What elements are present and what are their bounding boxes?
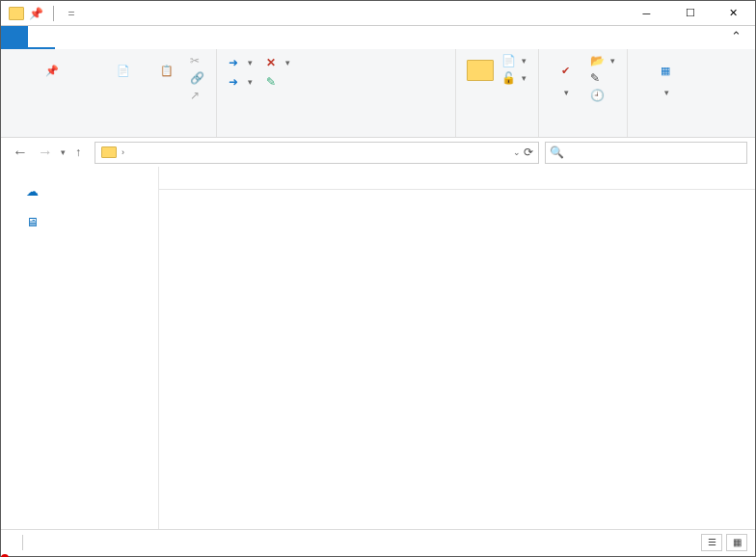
delete-button[interactable]: ✕▾: [262, 55, 294, 70]
tab-home[interactable]: [28, 26, 55, 49]
navigation-pane: ☁ 🖥: [1, 167, 159, 529]
paste-shortcut-button: ↗: [186, 88, 208, 103]
cut-button: ✂: [186, 53, 208, 68]
close-button[interactable]: ✕: [712, 1, 755, 26]
copy-button[interactable]: 📄: [98, 51, 148, 86]
link-icon: 🔗: [190, 71, 204, 85]
address-row: ← → ▾ ↑ › ⌄ ⟳ 🔍: [1, 138, 755, 167]
details-view: [159, 167, 755, 529]
rename-icon: ✎: [266, 75, 276, 89]
move-icon: ➜: [229, 56, 238, 69]
copy-path-button: 🔗: [186, 70, 208, 86]
menu-bar: ⌃: [1, 26, 755, 49]
select-icon: ▦: [650, 57, 681, 84]
tab-share[interactable]: [55, 26, 82, 49]
refresh-icon[interactable]: ⟳: [524, 146, 533, 159]
qat-separator: [53, 6, 54, 21]
rename-button[interactable]: ✎: [262, 74, 284, 90]
app-folder-icon: [9, 7, 24, 20]
edit-button[interactable]: ✎: [586, 70, 619, 86]
group-open-label: [547, 135, 619, 137]
new-folder-icon: [465, 57, 496, 84]
back-button[interactable]: ←: [9, 141, 32, 164]
nav-this-pc[interactable]: 🖥: [1, 211, 158, 232]
new-item-button[interactable]: 📄▾: [498, 53, 530, 68]
up-button[interactable]: ↑: [68, 142, 89, 163]
new-folder-button[interactable]: [464, 51, 496, 86]
easy-access-button[interactable]: 🔓▾: [498, 70, 530, 86]
group-clipboard-label: [9, 135, 208, 137]
minimize-button[interactable]: ─: [625, 1, 668, 26]
move-to-button[interactable]: ➜▾: [225, 55, 256, 70]
address-dropdown[interactable]: ⌄: [513, 147, 521, 157]
edit-icon: ✎: [590, 71, 600, 85]
group-select-label: [635, 135, 699, 137]
pc-icon: 🖥: [24, 215, 40, 228]
onedrive-icon: ☁: [24, 184, 40, 198]
new-item-icon: 📄: [501, 54, 516, 67]
column-headers-row: [159, 167, 755, 190]
select-button[interactable]: ▦ ▾: [635, 51, 695, 97]
tab-file[interactable]: [1, 26, 28, 49]
tab-view[interactable]: [82, 26, 109, 49]
address-bar[interactable]: › ⌄ ⟳: [94, 142, 539, 164]
history-button[interactable]: 🕘: [586, 88, 619, 103]
copyto-icon: ➜: [229, 75, 238, 89]
title-bar: 📌 = ─ ☐ ✕: [1, 1, 755, 26]
ribbon: 📌 📄 📋 ✂ 🔗 ↗: [1, 49, 755, 138]
pin-icon: 📌: [37, 57, 68, 84]
delete-icon: ✕: [266, 56, 276, 69]
easy-access-icon: 🔓: [501, 71, 516, 85]
search-input[interactable]: 🔍: [545, 142, 747, 164]
view-large-button[interactable]: ▦: [726, 534, 747, 551]
copy-to-button[interactable]: ➜▾: [225, 74, 256, 90]
forward-button: →: [34, 141, 57, 164]
properties-button[interactable]: ✔ ▾: [547, 51, 584, 97]
nav-onedrive[interactable]: ☁: [1, 180, 158, 201]
history-dropdown[interactable]: ▾: [61, 147, 66, 157]
address-folder-icon: [101, 146, 117, 158]
qat-pin-icon[interactable]: 📌: [28, 7, 43, 20]
paste-button: 📋: [149, 51, 184, 86]
copy-icon: 📄: [108, 57, 139, 84]
open-button[interactable]: 📂▾: [586, 53, 619, 68]
properties-icon: ✔: [551, 57, 581, 84]
paste-icon: 📋: [151, 57, 182, 84]
maximize-button[interactable]: ☐: [668, 1, 712, 26]
history-icon: 🕘: [590, 89, 605, 102]
search-icon: 🔍: [550, 146, 564, 159]
status-sep: [22, 535, 23, 550]
qat-equals-icon[interactable]: =: [64, 7, 79, 20]
shortcut-icon: ↗: [190, 89, 200, 102]
status-bar: ☰ ▦: [1, 529, 755, 554]
open-icon: 📂: [590, 54, 605, 67]
pin-quick-access-button[interactable]: 📌: [9, 51, 96, 86]
group-organize-label: [225, 135, 447, 137]
crumb-sep: ›: [121, 147, 125, 157]
scissors-icon: ✂: [190, 54, 200, 67]
ribbon-expand-icon[interactable]: ⌃: [717, 26, 755, 49]
view-details-button[interactable]: ☰: [701, 534, 722, 551]
group-create-label: [464, 135, 530, 137]
